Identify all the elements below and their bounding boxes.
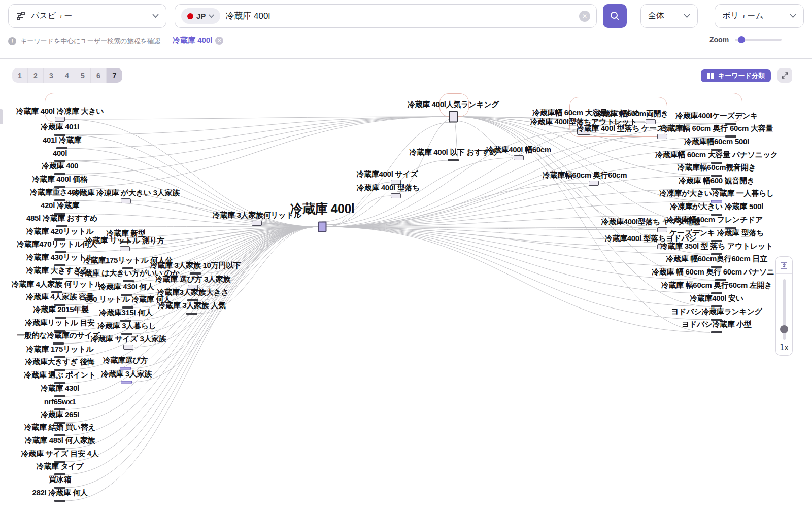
keyword-label[interactable]: 冷蔵庫幅60cm フレンチドア [666,215,763,225]
keyword-label[interactable]: 冷蔵庫 サイズ 3人家族 [90,334,166,344]
keyword-node[interactable] [121,381,132,384]
keyword-label[interactable]: 冷蔵庫 3人家族 10万円以下 [150,261,241,270]
keyword-classify-button[interactable]: キーワード分類 [701,69,771,82]
keyword-label[interactable]: 冷蔵庫 2015年製 [33,305,89,315]
keyword-label[interactable]: 冷蔵庫幅60cm 500l [684,137,749,147]
keyword-node[interactable] [391,193,401,198]
keyword-label[interactable]: 冷蔵庫 175リットル [26,345,93,354]
keyword-node[interactable] [252,221,262,226]
keyword-label[interactable]: 冷蔵庫3人家族大きさ [157,288,228,297]
keyword-label[interactable]: 冷蔵庫 400 [42,161,78,171]
keyword-node[interactable] [711,331,722,333]
keyword-label[interactable]: 冷蔵庫 サイズ 目安 4人 [21,449,99,459]
page-button-7[interactable]: 7 [107,68,122,83]
keyword-label[interactable]: 冷蔵庫リットル 目安 [25,318,95,328]
keyword-label[interactable]: 冷蔵庫400l 幅60cm [486,145,551,155]
keyword-label[interactable]: 401l 冷蔵庫 [43,135,81,145]
keyword-label[interactable]: ヨドバシ冷蔵庫 小型 [682,320,752,329]
keyword-label[interactable]: 冷凍庫が大きい 冷蔵庫 500l [670,202,763,212]
page-button-2[interactable]: 2 [28,68,44,83]
keyword-node[interactable] [657,134,667,139]
keyword-label[interactable]: 冷蔵庫315l 何人 [99,308,152,318]
keyword-label[interactable]: nrf65wx1 [44,397,76,406]
keyword-node[interactable] [121,198,131,203]
metric-dropdown[interactable]: ボリューム [715,4,804,28]
fullscreen-button[interactable] [777,68,792,83]
keyword-node[interactable] [186,313,197,315]
keyword-node[interactable] [448,159,459,161]
keyword-label[interactable]: 冷蔵庫選び方 [103,356,148,365]
left-scroll-tab[interactable] [0,109,3,124]
keyword-label[interactable]: 冷蔵庫大きすぎ 後悔 [25,357,94,367]
zoom-slider-thumb[interactable] [738,36,745,43]
clear-search-icon[interactable]: ✕ [579,11,590,22]
keyword-label[interactable]: 冷蔵庫 400l 型落ち [357,183,420,193]
keyword-tag[interactable]: 冷蔵庫 400l ✕ [173,36,223,45]
keyword-label[interactable]: 冷蔵庫400lケーズデンキ [675,111,758,121]
keyword-label[interactable]: 冷蔵庫 3人暮らし [97,321,156,331]
fit-view-button[interactable] [776,257,792,274]
keyword-label[interactable]: 冷蔵庫 選び方 3人家族 [155,275,230,284]
page-button-1[interactable]: 1 [12,68,28,83]
keyword-node[interactable] [657,227,667,232]
keyword-label[interactable]: 冷蔵庫幅 60cm 奥行 60cm 大容量 [660,124,773,133]
keyword-label[interactable]: 冷蔵庫 リットル 測り方 [85,236,165,246]
keyword-label[interactable]: 冷蔵庫 4人家族 何リットル [12,280,103,289]
keyword-label[interactable]: 冷蔵庫 485l 何人家族 [25,436,95,446]
keyword-label[interactable]: 冷蔵庫 420リットル [26,227,93,236]
keyword-label[interactable]: 冷蔵庫幅 60cm 大容量 パナソニック [655,150,778,160]
keyword-label[interactable]: 冷蔵庫 350l 型 落ち アウトレット [660,242,773,251]
page-button-6[interactable]: 6 [91,68,107,83]
keyword-node[interactable] [318,222,327,232]
keyword-label[interactable]: ケーズデンキ 冷蔵庫 型落ち [669,228,764,238]
keyword-label[interactable]: 冷蔵庫 タイプ [36,462,83,471]
keyword-label[interactable]: 400l [53,149,67,157]
page-button-3[interactable]: 3 [44,68,59,83]
keyword-label[interactable]: 冷蔵庫幅60cm観音開き [677,163,756,173]
keyword-label[interactable]: 冷蔵庫幅60cm 奥行60cm [543,170,627,180]
keyword-label[interactable]: 冷蔵庫 3人家族 人気 [158,301,225,311]
page-button-5[interactable]: 5 [75,68,91,83]
country-selector[interactable]: JP [181,8,220,24]
keyword-label[interactable]: 282l 冷蔵庫 何人 [32,488,87,498]
keyword-label[interactable]: 420l 冷蔵庫 [41,201,79,211]
scope-dropdown[interactable]: 全体 [640,4,698,28]
keyword-label[interactable]: 冷蔵庫 400l 以下 おすすめ [409,148,497,157]
keyword-node[interactable] [54,500,65,502]
keyword-label[interactable]: 冷蔵庫 幅600 観音開き [679,176,755,186]
keyword-node[interactable] [123,345,133,350]
keyword-label[interactable]: 冷蔵庫 400l人気ランキング [408,100,499,110]
keyword-node[interactable] [449,111,458,123]
keyword-label[interactable]: 買冰箱 [49,475,71,485]
keyword-label[interactable]: 冷蔵庫 400l [290,200,355,217]
zoom-slider[interactable] [735,39,782,41]
keyword-node[interactable] [120,246,130,251]
keyword-label[interactable]: 冷蔵庫 選ぶ ポイント [24,370,96,380]
page-button-4[interactable]: 4 [59,68,75,83]
search-button[interactable] [603,4,627,28]
keyword-label[interactable]: 冷蔵庫 幅60cm 奥行60cm 左開き [661,281,772,290]
keyword-label[interactable]: 冷蔵庫 400l 冷凍庫 大きい [16,107,104,116]
keyword-label[interactable]: 冷蔵庫 結婚 買い替え [24,423,96,432]
keyword-label[interactable]: 冷蔵庫 430l 何人 [98,282,154,292]
keyword-node[interactable] [589,181,599,186]
keyword-label[interactable]: 一般的な冷蔵庫のサイズ [17,331,99,340]
keyword-label[interactable]: 冷蔵庫 401l [41,122,79,132]
keyword-label[interactable]: 485l 冷蔵庫 おすすめ [26,214,97,223]
keyword-label[interactable]: ヨドバシ冷蔵庫ランキング [671,307,762,317]
view-selector[interactable]: パスビュー [8,4,166,28]
keyword-label[interactable]: 冷蔵庫 265l [41,410,79,420]
keyword-label[interactable]: 冷蔵庫 400l 価格 [32,175,87,184]
scale-slider[interactable] [783,279,786,340]
scale-slider-thumb[interactable] [780,325,788,333]
keyword-node[interactable] [55,117,65,122]
keyword-label[interactable]: 冷蔵庫 幅 60cm 奥行 60cm パナソニック [652,267,790,277]
keyword-label[interactable]: 冷凍庫が大きい冷蔵庫 一人暮らし [659,189,774,198]
keyword-label[interactable]: 冷蔵庫400l 安い [690,294,743,303]
keyword-label[interactable]: 冷蔵庫 3人家族 [101,369,152,379]
keyword-label[interactable]: 冷蔵庫 冷凍庫 が大きい 3人家族 [72,188,180,198]
search-input[interactable] [225,11,574,21]
keyword-label[interactable]: 冷蔵庫 幅60cm奥行60cm 日立 [666,254,767,264]
keyword-label[interactable]: 冷蔵庫400l サイズ [356,169,418,179]
keyword-label[interactable]: 冷蔵庫 430l [41,384,79,393]
